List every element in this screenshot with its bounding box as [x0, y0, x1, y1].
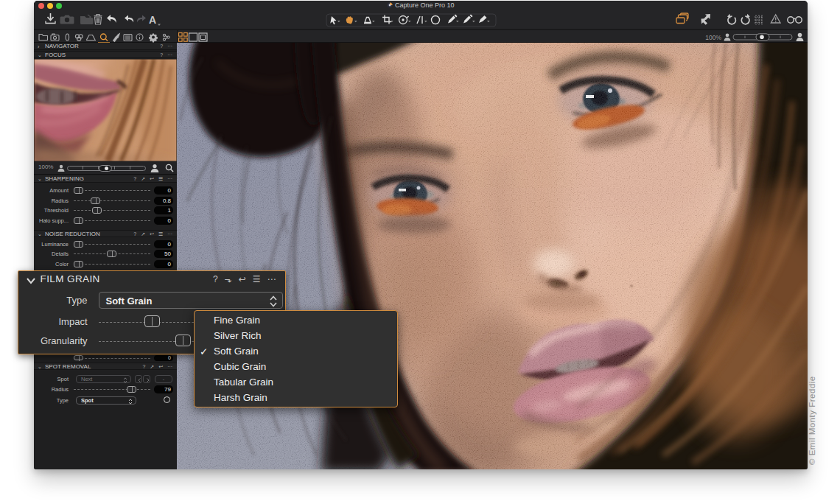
svg-text:A: A: [149, 14, 156, 26]
svg-text:100%: 100%: [705, 34, 721, 41]
